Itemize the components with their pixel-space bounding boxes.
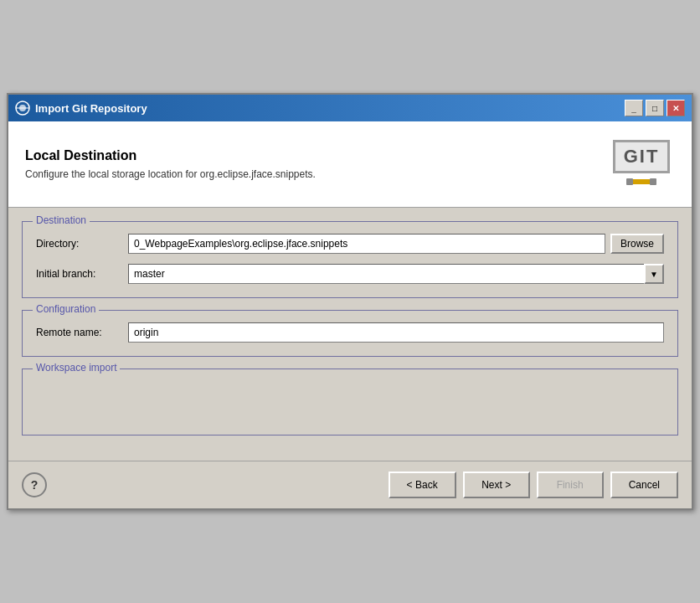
next-button[interactable]: Next > [463,472,530,498]
git-logo-box: GIT [613,140,671,173]
svg-rect-3 [631,179,651,184]
import-git-dialog: Import Git Repository _ □ ✕ Local Destin… [7,93,693,510]
initial-branch-select[interactable]: master main develop [128,264,664,284]
destination-group-label: Destination [33,214,90,226]
git-title-icon [15,100,30,116]
maximize-button[interactable]: □ [646,100,664,116]
close-button[interactable]: ✕ [667,100,685,116]
git-logo-cable [625,175,658,188]
title-bar: Import Git Repository _ □ ✕ [8,95,692,121]
remote-name-label: Remote name: [36,327,128,338]
directory-label: Directory: [36,238,128,250]
directory-row: Directory: Browse [36,234,664,254]
cancel-button[interactable]: Cancel [610,472,678,498]
help-button[interactable]: ? [22,472,47,497]
footer-buttons: < Back Next > Finish Cancel [389,472,678,498]
directory-input-group: Browse [128,234,664,254]
svg-rect-5 [650,178,656,185]
initial-branch-select-wrapper: master main develop ▼ [128,264,664,284]
footer: ? < Back Next > Finish Cancel [8,461,692,508]
configuration-group-label: Configuration [33,303,99,315]
content-area: Destination Directory: Browse Initial br… [8,208,692,461]
destination-group: Destination Directory: Browse Initial br… [22,221,678,298]
page-title: Local Destination [25,148,316,163]
title-bar-left: Import Git Repository [15,100,147,116]
configuration-group: Configuration Remote name: [22,310,678,357]
workspace-import-group: Workspace import [22,368,678,436]
browse-button[interactable]: Browse [610,234,664,254]
initial-branch-row: Initial branch: master main develop ▼ [36,264,664,284]
window-title: Import Git Repository [35,102,147,115]
title-buttons: _ □ ✕ [625,100,685,116]
finish-button[interactable]: Finish [537,472,604,498]
remote-name-row: Remote name: [36,322,664,343]
back-button[interactable]: < Back [389,472,456,498]
git-logo: GIT [608,135,675,193]
directory-input[interactable] [128,234,605,254]
workspace-import-label: Workspace import [33,362,120,374]
remote-name-input[interactable] [128,322,664,343]
header-section: Local Destination Configure the local st… [8,121,692,208]
initial-branch-label: Initial branch: [36,268,128,280]
minimize-button[interactable]: _ [625,100,643,116]
page-description: Configure the local storage location for… [25,168,316,180]
footer-left: ? [22,472,47,497]
header-text: Local Destination Configure the local st… [25,148,316,180]
svg-rect-4 [626,178,633,185]
